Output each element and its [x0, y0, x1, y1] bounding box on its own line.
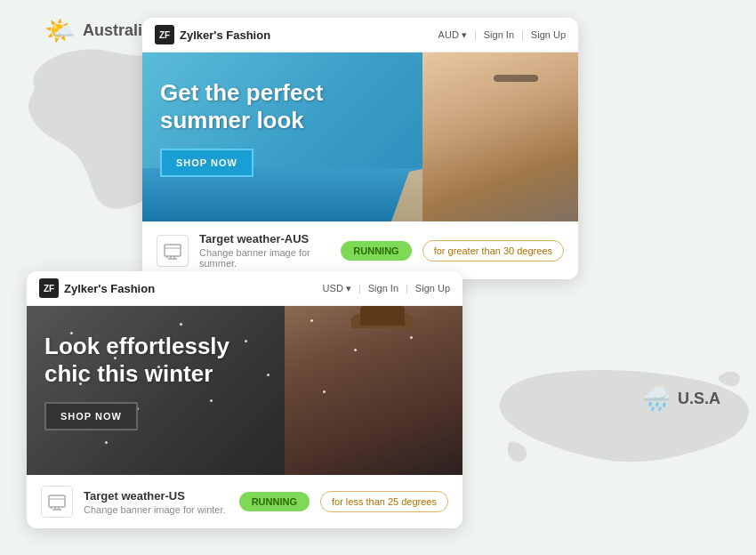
usa-card: ZF Zylker's Fashion USD ▾ | Sign In | Si…	[27, 271, 462, 528]
aus-signup[interactable]: Sign Up	[531, 29, 566, 40]
usa-banner: Look effortlessly chic this winter SHOP …	[27, 306, 462, 475]
aus-nav-divider: |	[474, 29, 477, 40]
usa-banner-heading: Look effortlessly chic this winter	[44, 333, 229, 388]
aus-signin[interactable]: Sign In	[484, 29, 514, 40]
aus-sunglasses	[494, 75, 538, 82]
svg-rect-0	[165, 245, 181, 256]
aus-person-area	[422, 52, 578, 221]
usa-browser-bar: ZF Zylker's Fashion USD ▾ | Sign In | Si…	[27, 271, 462, 306]
usa-info-title: Target weather-US	[84, 489, 229, 503]
usa-currency[interactable]: USD ▾	[323, 283, 351, 294]
aus-info-text: Target weather-AUS Change banner image f…	[199, 232, 330, 269]
rain-weather-icon: 🌧️	[642, 385, 671, 413]
usa-text: U.S.A	[678, 390, 720, 408]
usa-nav-divider: |	[358, 283, 361, 294]
australia-card: ZF Zylker's Fashion AUD ▾ | Sign In | Si…	[142, 18, 578, 279]
aus-banner-heading: Get the perfect summer look	[160, 79, 324, 134]
sun-weather-icon: 🌤️	[44, 16, 76, 45]
aus-nav-divider2: |	[521, 29, 524, 40]
aus-info-title: Target weather-AUS	[199, 232, 330, 245]
australia-text: Australia	[83, 21, 151, 40]
usa-brand-name: Zylker's Fashion	[64, 282, 155, 295]
usa-banner-text: Look effortlessly chic this winter SHOP …	[44, 333, 229, 430]
usa-person-body	[285, 306, 462, 475]
aus-condition-badge: for greater than 30 degrees	[422, 240, 564, 261]
aus-shop-button[interactable]: SHOP NOW	[160, 149, 253, 177]
usa-running-badge: RUNNING	[239, 492, 310, 511]
usa-banner-line2: chic this winter	[44, 360, 213, 387]
usa-info-icon	[41, 486, 73, 518]
usa-banner-icon	[47, 492, 67, 511]
aus-banner-text: Get the perfect summer look SHOP NOW	[160, 79, 324, 177]
aus-brand-logo: ZF	[155, 25, 174, 44]
usa-brand: ZF Zylker's Fashion	[39, 278, 155, 298]
aus-info-subtitle: Change banner image for summer.	[199, 247, 330, 269]
usa-info-bar: Target weather-US Change banner image fo…	[27, 475, 462, 528]
aus-info-icon	[157, 235, 189, 267]
usa-nav-divider2: |	[406, 283, 408, 294]
aus-nav-right: AUD ▾ | Sign In | Sign Up	[438, 29, 566, 41]
aus-banner-line2: summer look	[160, 107, 304, 133]
aus-browser-bar: ZF Zylker's Fashion AUD ▾ | Sign In | Si…	[142, 18, 578, 52]
usa-map	[489, 342, 756, 537]
aus-brand-name: Zylker's Fashion	[180, 28, 270, 42]
usa-brand-logo: ZF	[39, 278, 59, 298]
usa-info-text: Target weather-US Change banner image fo…	[84, 489, 229, 515]
svg-rect-6	[49, 495, 65, 507]
usa-condition-badge: for less than 25 degrees	[320, 491, 448, 512]
usa-banner-line1: Look effortlessly	[44, 333, 229, 359]
usa-hat-crown	[360, 306, 405, 326]
usa-signin[interactable]: Sign In	[368, 283, 398, 294]
australia-label: 🌤️ Australia	[44, 16, 151, 45]
aus-currency[interactable]: AUD ▾	[438, 29, 467, 41]
usa-label: 🌧️ U.S.A	[642, 385, 720, 413]
usa-person-area	[285, 306, 462, 475]
usa-signup[interactable]: Sign Up	[415, 283, 450, 294]
usa-shop-button[interactable]: SHOP NOW	[44, 402, 138, 430]
aus-banner-icon	[163, 241, 182, 261]
aus-running-badge: RUNNING	[341, 241, 411, 261]
aus-brand: ZF Zylker's Fashion	[155, 25, 270, 44]
aus-banner: Get the perfect summer look SHOP NOW	[142, 52, 578, 221]
usa-nav-right: USD ▾ | Sign In | Sign Up	[323, 283, 450, 294]
aus-banner-line1: Get the perfect	[160, 79, 324, 106]
usa-info-subtitle: Change banner image for winter.	[84, 504, 229, 515]
